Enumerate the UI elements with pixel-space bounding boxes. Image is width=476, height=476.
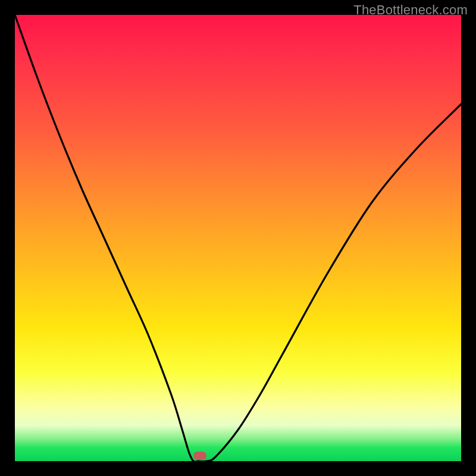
chart-frame: TheBottleneck.com — [0, 0, 476, 476]
curve-svg — [15, 15, 461, 461]
optimal-point-marker — [193, 452, 206, 460]
bottleneck-curve — [15, 15, 461, 461]
watermark-text: TheBottleneck.com — [353, 2, 468, 18]
plot-area — [15, 15, 461, 461]
